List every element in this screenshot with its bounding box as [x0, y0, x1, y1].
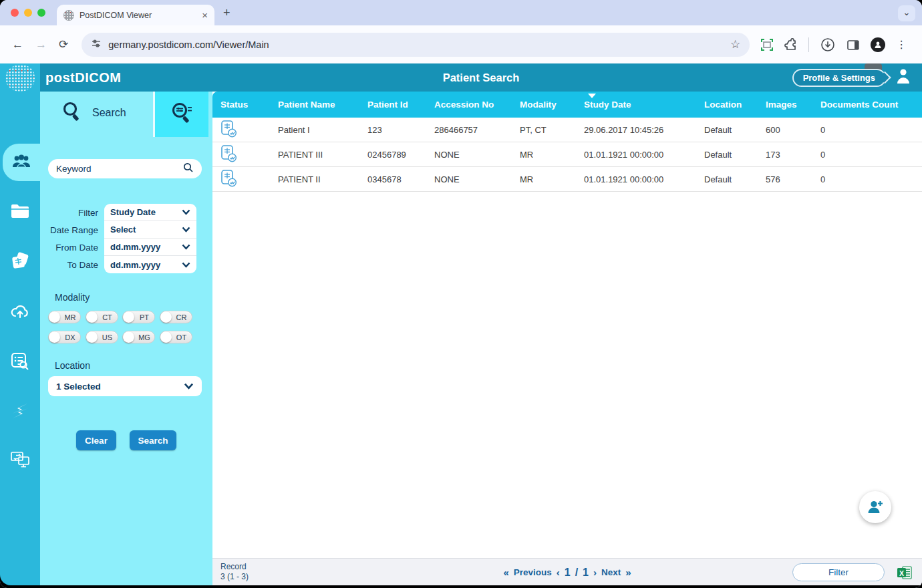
browser-profile-avatar[interactable]	[871, 37, 885, 52]
modality-toggle-cr[interactable]: CR	[160, 311, 192, 323]
browser-tabstrip: PostDICOM Viewer × + ⌄	[0, 0, 922, 25]
sidebar-item-folders[interactable]	[0, 194, 40, 231]
sidebar-item-sync[interactable]	[0, 394, 40, 431]
previous-page-icon[interactable]: ‹	[557, 567, 560, 578]
modality-toggle-pt[interactable]: PT	[122, 311, 155, 323]
extensions-puzzle-icon[interactable]	[784, 38, 798, 51]
keyword-search-icon[interactable]	[183, 162, 194, 176]
keyword-input[interactable]	[56, 164, 183, 174]
to-date-select[interactable]: dd.mm.yyyy	[104, 256, 196, 273]
study-status-icon	[220, 120, 238, 138]
close-window-button[interactable]	[11, 9, 19, 17]
modality-cell: PT, CT	[512, 125, 576, 135]
tab-basic-search[interactable]: Search	[40, 92, 152, 134]
modality-toggle-mg[interactable]: MG	[122, 331, 155, 343]
reload-icon[interactable]: ⟳	[59, 37, 68, 51]
browser-tab[interactable]: PostDICOM Viewer ×	[57, 5, 214, 25]
add-patient-fab[interactable]	[859, 491, 891, 523]
add-person-icon	[867, 499, 884, 515]
modality-toggle-us[interactable]: US	[86, 331, 118, 343]
profile-person-icon[interactable]	[895, 67, 911, 88]
download-icon[interactable]	[820, 37, 836, 53]
next-page-button[interactable]: Next	[601, 567, 621, 577]
app-sidebar	[0, 63, 40, 585]
sidebar-item-cloud-upload[interactable]	[0, 294, 40, 331]
toggle-knob	[49, 311, 60, 323]
table-row[interactable]: Patient I 123 286466757 PT, CT 29.06.201…	[212, 118, 922, 142]
sync-arrows-icon	[11, 402, 29, 423]
table-row[interactable]: PATIENT II 0345678 NONE MR 01.01.1921 00…	[212, 167, 922, 192]
column-header-images[interactable]: Images	[758, 92, 812, 118]
toggle-knob	[160, 331, 172, 343]
sidebar-item-patients[interactable]	[3, 144, 40, 181]
patient-name-cell[interactable]: PATIENT II	[270, 174, 359, 184]
toggle-knob	[86, 311, 98, 323]
filter-label: Filter	[40, 208, 104, 218]
filter-select[interactable]: Study Date	[104, 204, 196, 221]
documents-count-cell: 0	[812, 125, 922, 135]
sidebar-item-share-viewer[interactable]	[0, 442, 40, 480]
status-cell[interactable]	[212, 144, 270, 165]
bookmark-star-icon[interactable]: ☆	[730, 37, 740, 51]
accession-no-cell: NONE	[426, 174, 512, 184]
screenshot-extension-icon[interactable]	[760, 38, 774, 51]
minimize-window-button[interactable]	[24, 9, 32, 17]
close-tab-icon[interactable]: ×	[202, 9, 208, 21]
toggle-knob	[123, 311, 134, 323]
column-header-status[interactable]: Status	[212, 92, 270, 118]
patients-icon	[11, 153, 32, 172]
modality-toggle-dx[interactable]: DX	[48, 331, 81, 343]
date-range-row: Date Range Select	[40, 221, 212, 239]
next-page-icon[interactable]: ›	[593, 567, 597, 578]
sidebar-item-studies[interactable]	[0, 244, 40, 281]
tab-advanced-search[interactable]	[155, 92, 208, 137]
sort-desc-icon	[588, 94, 596, 98]
previous-page-button[interactable]: Previous	[514, 567, 552, 577]
zoom-window-button[interactable]	[37, 9, 45, 17]
status-cell[interactable]	[212, 120, 270, 140]
address-bar[interactable]: germany.postdicom.com/Viewer/Main ☆	[82, 33, 750, 57]
browser-menu-icon[interactable]: ⋮	[896, 38, 907, 51]
new-tab-button[interactable]: +	[223, 6, 230, 20]
table-row[interactable]: PATIENT III 02456789 NONE MR 01.01.1921 …	[212, 142, 922, 167]
sidebar-item-worklist[interactable]	[0, 344, 40, 382]
column-header-modality[interactable]: Modality	[512, 92, 576, 118]
last-page-icon[interactable]: »	[625, 567, 631, 578]
keyword-search-field[interactable]	[48, 159, 202, 178]
side-panel-icon[interactable]	[847, 38, 860, 51]
patient-name-cell[interactable]: Patient I	[270, 125, 359, 135]
column-header-study-date[interactable]: Study Date	[576, 92, 696, 118]
column-header-patient-name[interactable]: Patient Name	[270, 92, 359, 118]
modality-toggle-ot[interactable]: OT	[160, 331, 192, 343]
column-header-patient-id[interactable]: Patient Id	[359, 92, 426, 118]
modality-toggle-mr[interactable]: MR	[48, 311, 81, 323]
back-icon[interactable]: ←	[12, 38, 23, 51]
filter-button[interactable]: Filter	[792, 563, 885, 581]
chevron-down-icon	[182, 262, 190, 268]
column-header-documents-count[interactable]: Documents Count	[812, 92, 922, 118]
patient-name-cell[interactable]: PATIENT III	[270, 150, 359, 160]
location-cell: Default	[696, 174, 758, 184]
modality-toggle-ct[interactable]: CT	[86, 311, 118, 323]
search-panel: Search Filter Study Date	[40, 92, 212, 585]
column-header-accession-no[interactable]: Accession No	[426, 92, 512, 118]
toggle-knob	[160, 311, 172, 323]
clear-button[interactable]: Clear	[76, 430, 116, 450]
from-date-label: From Date	[40, 243, 104, 253]
forward-icon[interactable]: →	[35, 38, 47, 51]
first-page-icon[interactable]: «	[503, 567, 508, 578]
site-info-icon[interactable]	[91, 38, 102, 51]
documents-count-cell: 0	[812, 150, 922, 160]
status-cell[interactable]	[212, 169, 270, 190]
tab-search-chevron-icon[interactable]: ⌄	[898, 5, 915, 21]
url-text[interactable]: germany.postdicom.com/Viewer/Main	[108, 39, 724, 50]
column-header-location[interactable]: Location	[696, 92, 758, 118]
search-button[interactable]: Search	[130, 430, 176, 450]
location-label: Location	[55, 360, 90, 371]
from-date-select[interactable]: dd.mm.yyyy	[104, 239, 196, 256]
location-select[interactable]: 1 Selected	[48, 376, 202, 396]
study-status-icon	[220, 144, 238, 163]
export-excel-icon[interactable]: X	[897, 565, 913, 583]
search-icon	[61, 101, 82, 125]
date-range-select[interactable]: Select	[104, 221, 196, 239]
